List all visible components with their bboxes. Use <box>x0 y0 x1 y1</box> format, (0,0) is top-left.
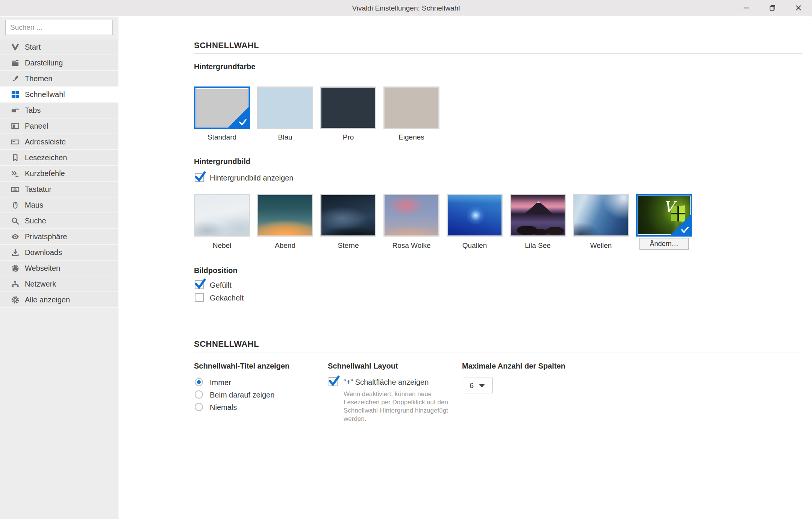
color-option-standard[interactable] <box>194 86 250 129</box>
sidebar-item-tabs[interactable]: Tabs <box>0 103 118 118</box>
vivaldi-icon <box>11 42 20 52</box>
radio-immer-label: Immer <box>210 378 231 387</box>
globe-icon <box>11 264 20 273</box>
image-position-filled-checkbox[interactable] <box>195 280 204 289</box>
bg-thumbnail-label: Lila See <box>510 241 566 250</box>
sidebar-item-label: Tabs <box>25 106 41 115</box>
window-appearance-icon <box>11 58 20 67</box>
bg-thumbnail-custom[interactable]: V <box>636 194 692 237</box>
search-input[interactable] <box>5 20 113 35</box>
eye-icon <box>11 232 20 241</box>
minimize-icon <box>742 4 750 12</box>
sidebar-item-kurzbefehle[interactable]: Kurzbefehle <box>0 166 118 182</box>
sidebar-item-alle-anzeigen[interactable]: Alle anzeigen <box>0 292 118 308</box>
sidebar-item-webseiten[interactable]: Webseiten <box>0 261 118 276</box>
bg-thumbnail-quallen[interactable] <box>447 194 503 237</box>
color-option-eigenes[interactable] <box>383 86 439 129</box>
speed-dial-grid-icon <box>11 90 20 99</box>
sidebar-item-adressleiste[interactable]: Adressleiste <box>0 134 118 150</box>
bg-thumbnail-label: Wellen <box>573 241 629 250</box>
restore-icon <box>769 4 776 12</box>
restore-button[interactable] <box>761 0 784 16</box>
layout-heading: Schnellwahl Layout <box>328 362 398 370</box>
plus-button-checkbox[interactable] <box>329 377 338 386</box>
settings-sidebar: Start Darstellung Themen Schnellwahl Tab… <box>0 17 118 519</box>
keyboard-icon <box>11 185 20 194</box>
color-option-label: Pro <box>320 133 376 141</box>
bg-thumbnail-sterne[interactable] <box>320 194 376 237</box>
bg-thumbnail-wellen[interactable] <box>573 194 629 237</box>
bg-thumbnail-label: Abend <box>257 241 313 250</box>
sidebar-item-label: Lesezeichen <box>25 153 67 162</box>
image-position-heading: Bildposition <box>194 266 238 275</box>
color-option-pro[interactable] <box>320 86 376 129</box>
color-option-label: Eigenes <box>383 133 439 141</box>
color-option-label: Blau <box>257 133 313 141</box>
sidebar-item-label: Themen <box>25 74 52 83</box>
settings-content: SCHNELLWAHL Hintergrundfarbe Standard Bl… <box>119 17 812 519</box>
sidebar-item-themen[interactable]: Themen <box>0 71 118 87</box>
settings-nav: Start Darstellung Themen Schnellwahl Tab… <box>0 39 118 308</box>
magnifier-icon <box>11 216 20 225</box>
image-position-tiled-label: Gekachelt <box>210 294 244 302</box>
sidebar-item-start[interactable]: Start <box>0 39 118 55</box>
vivaldi-v-mark: V <box>664 199 674 215</box>
max-columns-value: 6 <box>470 381 474 390</box>
plus-button-label: “+” Schaltfläche anzeigen <box>344 378 429 387</box>
bg-thumbnail-rosa-wolke[interactable] <box>383 194 439 237</box>
bookmark-icon <box>11 153 20 162</box>
bg-thumbnail-lila-see[interactable] <box>510 194 566 237</box>
close-button[interactable] <box>787 0 810 16</box>
radio-immer[interactable] <box>195 378 203 386</box>
download-icon <box>11 248 20 257</box>
bg-thumbnail-nebel[interactable] <box>194 194 250 237</box>
show-background-image-checkbox[interactable] <box>195 173 204 182</box>
section-rule <box>194 352 802 352</box>
radio-beim-darauf-zeigen-label: Beim darauf zeigen <box>210 391 274 399</box>
sidebar-item-label: Start <box>25 43 41 52</box>
panel-icon <box>11 121 20 131</box>
radio-niemals[interactable] <box>195 403 203 411</box>
sidebar-item-label: Adressleiste <box>25 138 66 146</box>
plus-button-description: Wenn deaktiviert, können neue Lesezeiche… <box>344 390 453 423</box>
checkmark-icon <box>195 278 206 289</box>
color-option-blau[interactable] <box>257 86 313 129</box>
tabs-icon <box>11 106 20 115</box>
title-display-heading: Schnellwahl-Titel anzeigen <box>194 362 289 370</box>
sidebar-item-suche[interactable]: Suche <box>0 213 118 229</box>
radio-dot <box>197 380 201 384</box>
radio-beim-darauf-zeigen[interactable] <box>195 390 203 399</box>
bg-thumbnail-abend[interactable] <box>257 194 313 237</box>
background-color-heading: Hintergrundfarbe <box>194 62 255 71</box>
console-chevrons-icon <box>11 169 20 178</box>
network-icon <box>11 279 20 288</box>
sidebar-item-downloads[interactable]: Downloads <box>0 245 118 261</box>
close-icon <box>795 4 802 12</box>
bg-thumbnail-label: Sterne <box>320 241 376 250</box>
bg-thumbnail-label: Quallen <box>447 241 503 250</box>
sidebar-item-label: Paneel <box>25 122 48 131</box>
address-bar-icon <box>11 137 20 146</box>
sidebar-item-label: Webseiten <box>25 264 60 273</box>
sidebar-item-netzwerk[interactable]: Netzwerk <box>0 276 118 292</box>
minimize-button[interactable] <box>735 0 758 16</box>
section-title-schnellwahl-2: SCHNELLWAHL <box>194 339 259 349</box>
show-background-image-label: Hintergrundbild anzeigen <box>210 174 293 182</box>
sidebar-item-lesezeichen[interactable]: Lesezeichen <box>0 150 118 166</box>
sidebar-item-schnellwahl[interactable]: Schnellwahl <box>0 87 118 103</box>
sidebar-item-label: Darstellung <box>25 59 63 67</box>
sidebar-item-privatsphaere[interactable]: Privatsphäre <box>0 229 118 245</box>
change-image-button[interactable]: Ändern… <box>639 238 689 250</box>
max-columns-select[interactable]: 6 <box>463 378 493 393</box>
bg-thumbnail-label: Nebel <box>194 241 250 250</box>
image-position-tiled-checkbox[interactable] <box>195 293 204 302</box>
sidebar-item-maus[interactable]: Maus <box>0 197 118 213</box>
sidebar-item-paneel[interactable]: Paneel <box>0 118 118 134</box>
background-image-heading: Hintergrundbild <box>194 157 250 166</box>
section-rule <box>194 53 802 54</box>
sidebar-item-label: Suche <box>25 217 46 225</box>
titlebar: Vivaldi Einstellungen: Schnellwahl <box>0 0 812 16</box>
sidebar-item-label: Maus <box>25 201 43 209</box>
sidebar-item-tastatur[interactable]: Tastatur <box>0 182 118 197</box>
sidebar-item-darstellung[interactable]: Darstellung <box>0 55 118 71</box>
